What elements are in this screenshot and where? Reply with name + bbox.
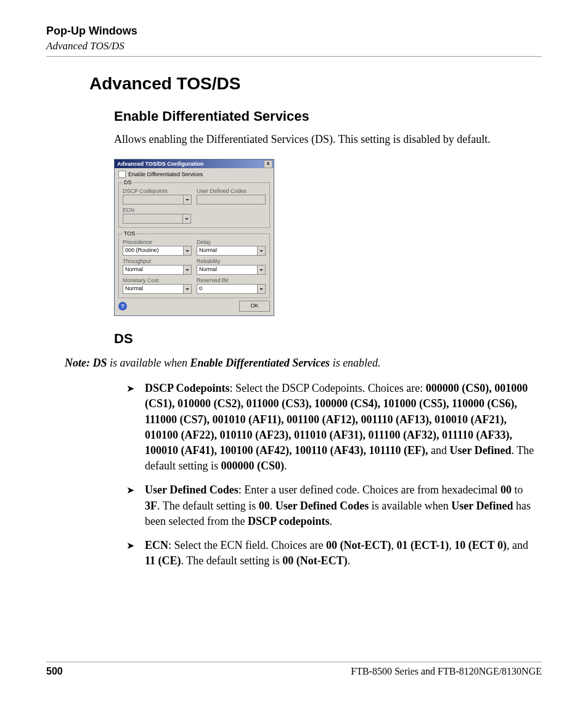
b2-v2: 3F <box>145 500 157 512</box>
precedence-value: 000 (Routine) <box>123 246 183 255</box>
help-icon[interactable]: ? <box>118 302 127 310</box>
monetary-value: Normal <box>123 285 183 293</box>
b1-t1: : Select the DSCP Codepoints. Choices ar… <box>230 382 426 394</box>
throughput-select[interactable]: Normal <box>123 265 192 275</box>
b3-t3: , <box>449 539 454 551</box>
product-footer: FTB-8500 Series and FTB-8120NGE/8130NGE <box>351 666 542 677</box>
section-header: Pop-Up Windows <box>46 25 542 38</box>
dscp-label: DSCP Codepoints <box>123 188 192 194</box>
ecn-label: ECN <box>123 207 191 213</box>
b3-v5: 00 (Not-ECT) <box>282 554 348 567</box>
delay-label: Delay <box>197 239 266 245</box>
dialog-title-text: Advanced TOS/DS Configuration <box>117 161 264 167</box>
ds-heading: DS <box>114 331 542 347</box>
udc-input[interactable] <box>197 195 266 205</box>
dialog-advanced-tos-ds: Advanced TOS/DS Configuration X Enable D… <box>114 159 274 316</box>
b3-v1: 00 (Not-ECT) <box>326 539 391 551</box>
b3-t6: . <box>348 554 351 567</box>
ds-group: DS DSCP Codepoints User Defined Codes <box>118 179 270 228</box>
enable-ds-label: Enable Differentiated Services <box>128 171 203 177</box>
delay-select[interactable]: Normal <box>197 246 266 256</box>
reliability-value: Normal <box>197 266 257 274</box>
reserved-label: Reserved Bit <box>197 277 266 283</box>
throughput-label: Throughput <box>123 258 192 264</box>
reliability-select[interactable]: Normal <box>197 265 266 275</box>
delay-value: Normal <box>197 246 257 255</box>
ds-legend: DS <box>123 179 133 185</box>
chevron-down-icon <box>183 266 191 274</box>
b3-v2: 01 (ECT-1) <box>396 539 449 551</box>
bullet-dscp: DSCP Codepoints: Select the DSCP Codepoi… <box>126 381 536 474</box>
tos-legend: TOS <box>123 230 136 237</box>
chevron-down-icon <box>183 285 191 293</box>
chevron-down-icon <box>183 195 191 204</box>
b2-t2: to <box>512 484 523 496</box>
b2-t4: . <box>270 500 276 512</box>
ecn-value <box>123 214 182 223</box>
precedence-select[interactable]: 000 (Routine) <box>123 246 192 256</box>
udc-label: User Defined Codes <box>197 188 266 194</box>
note-bold: Enable Differentiated Services <box>190 357 330 369</box>
b2-t5: is available when <box>369 500 451 512</box>
b3-v3: 10 (ECT 0) <box>454 539 507 551</box>
chevron-down-icon <box>183 246 191 255</box>
dscp-value <box>123 195 183 204</box>
subsection-heading: Enable Differentiated Services <box>114 108 542 124</box>
chevron-down-icon <box>182 214 190 223</box>
dscp-select[interactable] <box>123 195 192 205</box>
b1-def: 000000 (CS0) <box>221 460 284 472</box>
b1-t4: . <box>284 460 287 472</box>
b2-v4: User Defined Codes <box>276 500 369 512</box>
bullet-udc: User Defined Codes: Enter a user defined… <box>126 482 536 529</box>
tos-group: TOS Precedence 000 (Routine) Delay <box>118 230 270 298</box>
throughput-value: Normal <box>123 266 183 274</box>
b1-ud: User Defined <box>449 444 511 456</box>
breadcrumb: Advanced TOS/DS <box>46 40 542 52</box>
reserved-select[interactable]: 0 <box>197 284 266 294</box>
reliability-label: Reliability <box>197 258 266 264</box>
b3-lead: ECN <box>145 539 168 551</box>
b2-v3: 00 <box>259 500 270 512</box>
b2-t3: . The default setting is <box>157 500 259 512</box>
note-label: Note: <box>65 357 90 369</box>
monetary-select[interactable]: Normal <box>123 284 192 294</box>
intro-text: Allows enabling the Differentiated Servi… <box>114 132 536 147</box>
b2-v1: 00 <box>500 484 512 496</box>
ecn-select[interactable] <box>123 214 191 224</box>
enable-ds-checkbox[interactable] <box>118 171 126 178</box>
header-rule <box>46 56 542 57</box>
chevron-down-icon <box>257 285 265 293</box>
page-title: Advanced TOS/DS <box>89 74 542 94</box>
b3-v4: 11 (CE) <box>145 554 181 567</box>
note-mid1: is available when <box>107 357 190 369</box>
chevron-down-icon <box>257 266 265 274</box>
ok-button[interactable]: OK <box>239 301 270 312</box>
close-button[interactable]: X <box>264 160 272 168</box>
precedence-label: Precedence <box>123 239 192 245</box>
b1-lead: DSCP Codepoints <box>145 382 230 394</box>
note-block: Note: DS is available when Enable Differ… <box>65 357 536 370</box>
page-number: 500 <box>46 666 63 677</box>
b3-t4: , and <box>507 539 528 551</box>
monetary-label: Monetary Cost <box>123 277 192 283</box>
b1-t2: and <box>428 444 449 456</box>
b2-v5: User Defined <box>451 500 513 512</box>
dialog-titlebar: Advanced TOS/DS Configuration X <box>115 160 274 168</box>
note-prefix: DS <box>92 357 107 369</box>
b2-t1: : Enter a user defined code. Choices are… <box>239 484 500 496</box>
b3-t5: . The default setting is <box>181 554 283 567</box>
b3-t1: : Select the ECN field. Choices are <box>168 539 326 551</box>
b2-v6: DSCP codepoints <box>248 515 330 527</box>
udc-value <box>197 195 265 204</box>
reserved-value: 0 <box>197 285 257 293</box>
note-suffix: is enabled. <box>330 357 381 369</box>
chevron-down-icon <box>257 246 265 255</box>
b2-t7: . <box>329 515 332 527</box>
bullet-ecn: ECN: Select the ECN field. Choices are 0… <box>126 538 536 569</box>
b2-lead: User Defined Codes <box>145 484 239 496</box>
